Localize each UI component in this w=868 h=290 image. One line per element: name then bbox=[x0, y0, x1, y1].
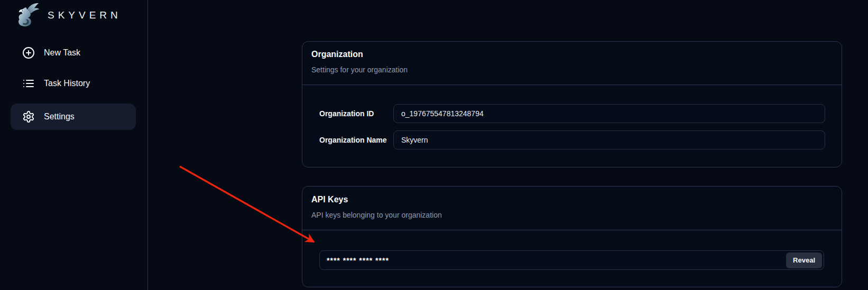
sidebar: SKYVERN New Task Task History bbox=[0, 0, 148, 290]
organization-card-title: Organization bbox=[311, 50, 363, 59]
sidebar-item-label: New Task bbox=[44, 48, 80, 58]
sidebar-item-new-task[interactable]: New Task bbox=[11, 40, 136, 66]
api-key-masked-input[interactable] bbox=[327, 256, 786, 265]
sidebar-item-task-history[interactable]: Task History bbox=[11, 70, 136, 97]
api-key-field: Reveal bbox=[319, 250, 824, 270]
sidebar-item-settings[interactable]: Settings bbox=[11, 104, 136, 130]
sidebar-item-label: Task History bbox=[44, 79, 90, 88]
organization-card-subtitle: Settings for your organization bbox=[311, 66, 408, 74]
api-keys-card: API Keys API keys belonging to your orga… bbox=[302, 186, 842, 287]
sidebar-item-label: Settings bbox=[44, 112, 75, 121]
reveal-button[interactable]: Reveal bbox=[786, 252, 822, 268]
brand-logo: SKYVERN bbox=[16, 2, 122, 29]
api-keys-card-header: API Keys API keys belonging to your orga… bbox=[302, 186, 842, 230]
organization-card: Organization Settings for your organizat… bbox=[302, 41, 842, 167]
circle-plus-icon bbox=[22, 46, 35, 59]
organization-name-label: Organization Name bbox=[319, 130, 387, 149]
api-keys-card-subtitle: API keys belonging to your organization bbox=[311, 211, 442, 219]
skyvern-dragon-icon bbox=[16, 2, 40, 29]
organization-id-input[interactable] bbox=[393, 104, 825, 123]
list-icon bbox=[22, 77, 35, 90]
api-keys-card-title: API Keys bbox=[311, 195, 348, 204]
settings-page: SKYVERN New Task Task History bbox=[0, 0, 868, 290]
organization-card-header: Organization Settings for your organizat… bbox=[302, 42, 842, 85]
organization-name-input[interactable] bbox=[393, 130, 825, 149]
organization-id-label: Organization ID bbox=[319, 104, 374, 123]
brand-name: SKYVERN bbox=[48, 10, 122, 21]
gear-icon bbox=[22, 110, 35, 123]
